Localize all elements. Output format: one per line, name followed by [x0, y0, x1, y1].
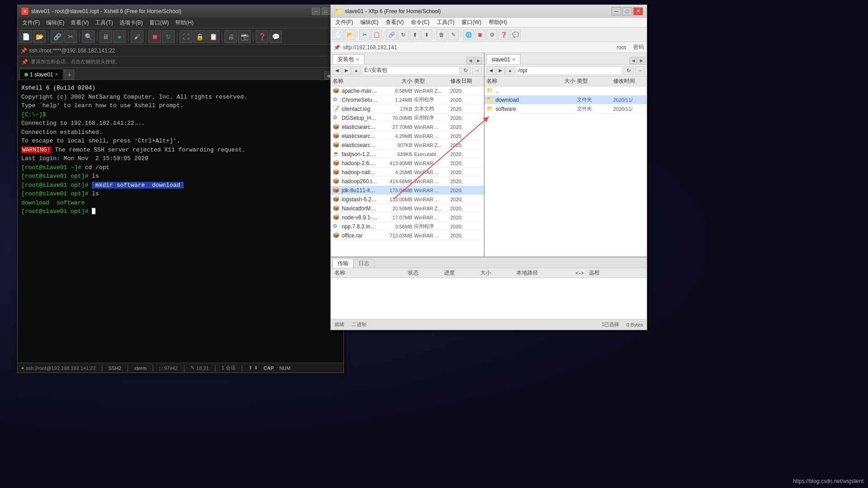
local-file-row[interactable]: 📦 elasticsearch-head-... 907KB WinRAR Z.…: [331, 141, 484, 150]
remote-path-input[interactable]: [516, 66, 622, 75]
local-file-row[interactable]: 📦 hadoop-2.6.0-cdh5... 413.80MB WinRAR .…: [331, 159, 484, 168]
remote-nav-prev[interactable]: ◀: [630, 57, 637, 64]
maximize-button[interactable]: □: [322, 8, 330, 15]
local-nav-prev[interactable]: ◀: [467, 57, 474, 64]
local-file-row[interactable]: 📦 office.rar 713.03MB WinRAR ... 2020,: [331, 231, 484, 240]
xftp-menu-command[interactable]: 命令(C): [408, 18, 432, 27]
xshell-window[interactable]: ✕ slave01 - root@slave01:/opt - Xshell 6…: [17, 5, 344, 373]
local-file-row[interactable]: 📦 hadoop260.tar.gz 414.68MB WinRAR ... 2…: [331, 177, 484, 186]
remote-tab-slave01[interactable]: slave01 ✕: [486, 54, 520, 64]
xftp-menu-window[interactable]: 窗口(W): [459, 18, 484, 27]
remote-file-row[interactable]: 📁 ..: [485, 86, 647, 95]
toolbar-refresh[interactable]: ↻: [162, 30, 175, 43]
xftp-tb-delete[interactable]: 🗑: [436, 29, 447, 40]
tab-add-button[interactable]: +: [64, 70, 74, 80]
local-file-row[interactable]: 📦 elasticsearch-analy... 4.29MB WinRAR .…: [331, 132, 484, 141]
menu-view[interactable]: 查看(V): [68, 18, 91, 28]
remote-go-btn[interactable]: →: [635, 66, 645, 75]
xftp-transfer-tab[interactable]: 传输: [333, 259, 353, 268]
local-back-btn[interactable]: ◀: [333, 66, 342, 75]
xftp-menu-tools[interactable]: 工具(T): [434, 18, 457, 27]
local-file-row[interactable]: 📦 NavicatforMySQL.zip 20.50MB WinRAR Z..…: [331, 204, 484, 213]
local-file-row[interactable]: 📦 logstash-6.2.2.tar.gz 133.00MB WinRAR …: [331, 195, 484, 204]
toolbar-sftp[interactable]: 📋: [207, 30, 219, 43]
toolbar-lock[interactable]: 🔒: [193, 30, 206, 43]
remote-file-row[interactable]: 📁 download 文件夹 2020/11/: [485, 95, 647, 104]
toolbar-open[interactable]: 📂: [33, 30, 46, 43]
xftp-log-tab[interactable]: 日志: [353, 259, 374, 268]
xftp-menu-file[interactable]: 文件(F): [333, 18, 356, 27]
xftp-minimize-button[interactable]: ─: [611, 7, 621, 15]
local-file-row[interactable]: 📦 apache-maven-3.5... 8.58MB WinRAR Z...…: [331, 86, 484, 95]
local-refresh-btn[interactable]: ↻: [461, 66, 471, 75]
xftp-tb-refresh[interactable]: ↻: [398, 29, 409, 40]
xftp-menu-edit[interactable]: 编辑(E): [358, 18, 381, 27]
toolbar-stop[interactable]: ⏹: [148, 30, 161, 43]
menu-edit[interactable]: 编辑(E): [43, 18, 67, 28]
remote-up-btn[interactable]: ▲: [506, 66, 515, 75]
toolbar-brush[interactable]: 🖌: [131, 30, 143, 43]
menu-tabs[interactable]: 选项卡(B): [117, 18, 146, 28]
remote-tab-close[interactable]: ✕: [512, 57, 515, 62]
menu-file[interactable]: 文件(F): [19, 18, 43, 28]
xftp-tb-upload[interactable]: ⬆: [410, 29, 420, 40]
local-file-row[interactable]: 📦 elasticsearch-6.2.2.t... 27.70MB WinRA…: [331, 123, 484, 132]
xftp-tb-cut[interactable]: ✂: [359, 29, 370, 40]
remote-forward-btn[interactable]: ▶: [496, 66, 505, 75]
local-path-input[interactable]: [362, 66, 459, 75]
toolbar-screenshot[interactable]: 📸: [238, 30, 251, 43]
xftp-close-button[interactable]: ✕: [633, 7, 643, 15]
local-tab-install[interactable]: 安装包 ✕: [333, 54, 364, 64]
xftp-tb-rename[interactable]: ✎: [448, 29, 459, 40]
xftp-window[interactable]: 📁 slave01 - Xftp 6 (Free for Home/School…: [330, 5, 647, 330]
toolbar-new[interactable]: 📄: [19, 30, 32, 43]
toolbar-green[interactable]: ●: [113, 30, 126, 43]
minimize-button[interactable]: ─: [312, 8, 320, 15]
xftp-tb-session[interactable]: 🔗: [386, 29, 397, 40]
xshell-app-icon: ✕: [21, 8, 29, 15]
xftp-maximize-button[interactable]: □: [622, 7, 632, 15]
xftp-tb-stop-red[interactable]: ⏹: [475, 29, 486, 40]
local-forward-btn[interactable]: ▶: [342, 66, 351, 75]
toolbar-session[interactable]: 🖥: [100, 30, 112, 43]
xftp-tb-new[interactable]: 📄: [333, 29, 343, 40]
local-file-row[interactable]: 📦 hadoop-native-64-2... 4.25MB WinRAR ..…: [331, 168, 484, 177]
local-file-row[interactable]: ⚙ npp.7.8.3.Installer.e... 3.56MB 应用程序 2…: [331, 222, 484, 231]
menu-tools[interactable]: 工具(T): [92, 18, 115, 28]
xftp-tb-copy[interactable]: 📋: [371, 29, 382, 40]
local-nav-next[interactable]: ▶: [475, 57, 482, 64]
toolbar-fullscreen[interactable]: ⛶: [180, 30, 192, 43]
local-tab-close[interactable]: ✕: [356, 57, 359, 62]
toolbar-connect[interactable]: 🔗: [51, 30, 63, 43]
tab-slave01[interactable]: 1 slave01 ✕: [19, 69, 63, 80]
xftp-tb-chat[interactable]: 💬: [510, 29, 521, 40]
xftp-tb-globe[interactable]: 🌐: [463, 29, 474, 40]
toolbar-disconnect[interactable]: ✂: [64, 30, 77, 43]
local-go-btn[interactable]: →: [472, 66, 482, 75]
remote-file-row[interactable]: 📁 software 文件夹 2020/11/: [485, 104, 647, 114]
remote-refresh-btn[interactable]: ↻: [624, 66, 634, 75]
local-file-row[interactable]: 📦 node-v8.9.1-linux-x... 17.07MB WinRAR …: [331, 213, 484, 222]
xftp-tb-help[interactable]: ❓: [498, 29, 509, 40]
toolbar-help[interactable]: ❓: [256, 30, 268, 43]
local-file-row[interactable]: ⚙ DGSetup_Home_BZ... 70.09MB 应用程序 2020,: [331, 114, 484, 123]
remote-back-btn[interactable]: ◀: [486, 66, 496, 75]
local-file-row[interactable]: 📝 clientact.log 17KB 文本文档 2020,: [331, 104, 484, 114]
local-file-row[interactable]: 📦 jdk-8u111-linux-x64... 173.04MB WinRAR…: [331, 186, 484, 195]
menu-window[interactable]: 窗口(W): [147, 18, 172, 28]
tab-close-button[interactable]: ✕: [55, 72, 58, 77]
xftp-menu-help[interactable]: 帮助(H): [486, 18, 510, 27]
toolbar-chat[interactable]: 💬: [269, 30, 282, 43]
local-file-row[interactable]: ⚙ ChromeSetup.exe 1.24MB 应用程序 2020,: [331, 95, 484, 104]
menu-help[interactable]: 帮助(H): [172, 18, 196, 28]
xftp-tb-download[interactable]: ⬇: [421, 29, 432, 40]
local-up-btn[interactable]: ▲: [352, 66, 361, 75]
xftp-menu-view[interactable]: 查看(V): [383, 18, 406, 27]
toolbar-zoom-in[interactable]: 🔍: [82, 30, 95, 43]
remote-nav-next[interactable]: ▶: [638, 57, 645, 64]
toolbar-print[interactable]: 🖨: [224, 30, 237, 43]
terminal-area[interactable]: Xshell 6 (Build 0204) Copyright (c) 2002…: [18, 80, 343, 363]
xftp-tb-settings[interactable]: ⚙: [486, 29, 497, 40]
xftp-tb-open[interactable]: 📂: [344, 29, 355, 40]
local-file-row[interactable]: ☕ fastjson-1.2.73.jar 639KB Executabl...…: [331, 150, 484, 159]
